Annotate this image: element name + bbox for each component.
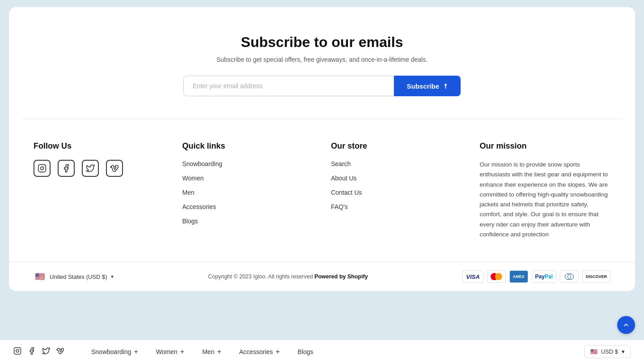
bottom-nav-men[interactable]: Men + xyxy=(193,348,230,356)
email-input[interactable] xyxy=(183,76,394,96)
bottom-currency-label: USD $ xyxy=(601,348,618,355)
bottom-nav-social xyxy=(13,347,64,357)
bottom-nav-snowboarding[interactable]: Snowboarding + xyxy=(82,348,147,356)
plus-icon: + xyxy=(217,348,221,356)
us-flag-icon: 🇺🇸 xyxy=(34,272,46,281)
svg-point-6 xyxy=(16,350,19,352)
plus-icon: + xyxy=(134,348,138,356)
list-item: FAQ's xyxy=(331,203,462,211)
quick-links-column: Quick links Snowboarding Women Men Acces… xyxy=(182,141,314,239)
svg-rect-5 xyxy=(14,347,21,354)
footer-bottom: 🇺🇸 United States (USD $) ▾ Copyright © 2… xyxy=(9,262,635,291)
faqs-link[interactable]: FAQ's xyxy=(331,203,348,210)
plus-icon: + xyxy=(180,348,184,356)
accessories-link[interactable]: Accessories xyxy=(182,203,216,210)
currency-label: United States (USD $) xyxy=(50,273,107,280)
about-us-link[interactable]: About Us xyxy=(331,175,357,182)
visa-payment-icon: VISA xyxy=(462,270,483,283)
subscribe-button[interactable]: Subscribe ↗ xyxy=(394,76,461,96)
our-store-list: Search About Us Contact Us FAQ's xyxy=(331,160,462,211)
our-mission-heading: Our mission xyxy=(480,141,611,151)
paypal-payment-icon: PayPal xyxy=(532,270,556,283)
bottom-us-flag-icon: 🇺🇸 xyxy=(590,348,597,355)
bottom-nav-women[interactable]: Women + xyxy=(147,348,193,356)
follow-us-heading: Follow Us xyxy=(34,141,165,151)
subscribe-section: Subscribe to our emails Subscribe to get… xyxy=(9,7,635,119)
our-mission-column: Our mission Our mission is to provide sn… xyxy=(480,141,611,239)
footer-links-section: Follow Us xyxy=(9,119,635,262)
bottom-nav-accessories[interactable]: Accessories + xyxy=(230,348,289,356)
list-item: Contact Us xyxy=(331,188,462,196)
bottom-chevron-icon: ▾ xyxy=(622,348,625,355)
amex-payment-icon: AMEX xyxy=(509,270,528,283)
list-item: Accessories xyxy=(182,203,314,211)
discover-payment-icon: DISCOVER xyxy=(582,270,610,283)
list-item: Snowboarding xyxy=(182,160,314,168)
bottom-nav-currency[interactable]: 🇺🇸 USD $ ▾ xyxy=(585,345,631,358)
svg-rect-0 xyxy=(38,165,46,172)
list-item: Women xyxy=(182,174,314,182)
svg-point-1 xyxy=(41,167,44,170)
list-item: Men xyxy=(182,188,314,196)
bottom-nav-blogs[interactable]: Blogs xyxy=(289,348,322,355)
bottom-vimeo-icon[interactable] xyxy=(56,347,64,357)
our-store-column: Our store Search About Us Contact Us FAQ… xyxy=(331,141,462,239)
back-to-top-button[interactable] xyxy=(617,316,635,334)
quick-links-heading: Quick links xyxy=(182,141,314,151)
list-item: Blogs xyxy=(182,217,314,225)
men-link[interactable]: Men xyxy=(182,189,195,196)
follow-us-column: Follow Us xyxy=(34,141,165,239)
subscribe-subtitle: Subscribe to get special offers, free gi… xyxy=(18,56,626,63)
facebook-icon[interactable] xyxy=(58,160,75,177)
bottom-facebook-icon[interactable] xyxy=(28,347,36,357)
svg-point-7 xyxy=(19,349,20,350)
diners-payment-icon xyxy=(560,270,579,283)
subscribe-form: Subscribe ↗ xyxy=(183,76,461,96)
our-store-heading: Our store xyxy=(331,141,462,151)
list-item: Search xyxy=(331,160,462,168)
vimeo-icon[interactable] xyxy=(106,160,123,177)
quick-links-list: Snowboarding Women Men Accessories Blogs xyxy=(182,160,314,225)
bottom-navigation: Snowboarding + Women + Men + Accessories… xyxy=(0,340,644,363)
payment-icons: VISA AMEX PayPal DISCOVER xyxy=(462,270,610,283)
bottom-twitter-icon[interactable] xyxy=(42,347,50,357)
bottom-nav-links: Snowboarding + Women + Men + Accessories… xyxy=(82,348,585,356)
subscribe-title: Subscribe to our emails xyxy=(18,34,626,51)
social-icons-group xyxy=(34,160,165,177)
instagram-icon[interactable] xyxy=(34,160,51,177)
twitter-icon[interactable] xyxy=(82,160,99,177)
svg-point-2 xyxy=(44,166,45,167)
women-link[interactable]: Women xyxy=(182,175,204,182)
main-card: Subscribe to our emails Subscribe to get… xyxy=(9,7,635,291)
snowboarding-link[interactable]: Snowboarding xyxy=(182,160,223,167)
chevron-down-icon: ▾ xyxy=(111,273,114,280)
mastercard-payment-icon xyxy=(487,270,506,283)
copyright-text: Copyright © 2023 Igloo. All rights reser… xyxy=(208,273,368,280)
plus-icon: + xyxy=(275,348,280,356)
shopify-link[interactable]: Powered by Shopify xyxy=(314,273,368,280)
arrow-icon: ↗ xyxy=(441,81,450,90)
our-mission-text: Our mission is to provide snow sports en… xyxy=(480,160,611,239)
contact-us-link[interactable]: Contact Us xyxy=(331,189,362,196)
currency-selector[interactable]: 🇺🇸 United States (USD $) ▾ xyxy=(34,272,114,281)
search-link[interactable]: Search xyxy=(331,160,351,167)
blogs-link[interactable]: Blogs xyxy=(182,218,198,225)
bottom-instagram-icon[interactable] xyxy=(13,347,21,357)
list-item: About Us xyxy=(331,174,462,182)
